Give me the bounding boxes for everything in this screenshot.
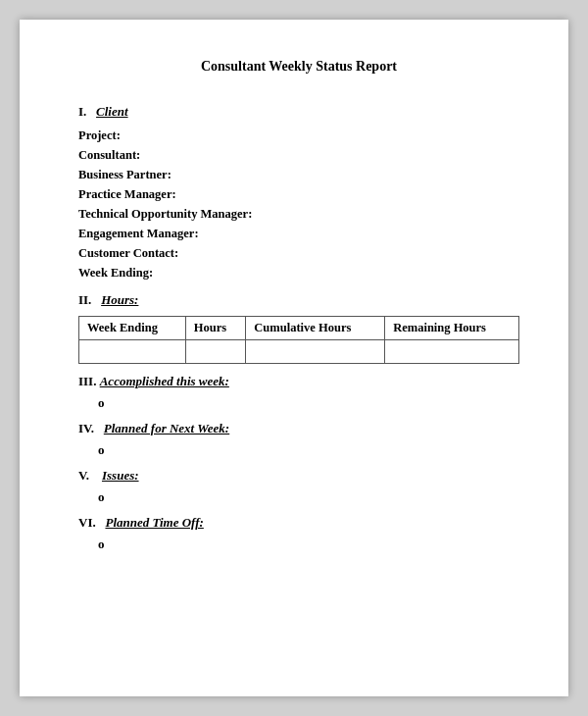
section-accomplished: III. Accomplished this week: o — [78, 374, 519, 411]
col-cumulative-hours: Cumulative Hours — [246, 317, 385, 340]
section-client: I. Client Project: Consultant: Business … — [78, 104, 519, 282]
report-title: Consultant Weekly Status Report — [78, 59, 519, 75]
section-hours: II. Hours: Week Ending Hours Cumulative … — [78, 292, 519, 364]
cell-remaining-hours — [385, 340, 519, 364]
client-fields: Project: Consultant: Business Partner: P… — [78, 126, 519, 282]
planned-bullet: o — [98, 442, 519, 458]
issues-bullet: o — [98, 489, 519, 505]
section-hours-heading: II. Hours: — [78, 292, 519, 308]
field-practice-manager: Practice Manager: — [78, 184, 519, 204]
cell-week-ending — [79, 340, 186, 364]
col-week-ending: Week Ending — [79, 317, 186, 340]
field-consultant: Consultant: — [78, 145, 519, 165]
timeoff-bullet: o — [98, 537, 519, 552]
field-business-partner: Business Partner: — [78, 165, 519, 184]
section-planned: IV. Planned for Next Week: o — [78, 421, 519, 458]
col-hours: Hours — [185, 317, 246, 340]
hours-table-header-row: Week Ending Hours Cumulative Hours Remai… — [79, 317, 519, 340]
hours-table-data-row — [79, 340, 519, 364]
section-accomplished-heading: III. Accomplished this week: — [78, 374, 519, 389]
section-timeoff-heading: VI. Planned Time Off: — [78, 515, 519, 531]
section-client-heading: I. Client — [78, 104, 519, 120]
section-planned-heading: IV. Planned for Next Week: — [78, 421, 519, 436]
field-project: Project: — [78, 126, 519, 145]
col-remaining-hours: Remaining Hours — [385, 317, 519, 340]
field-technical-opportunity: Technical Opportunity Manager: — [78, 204, 519, 224]
accomplished-bullet: o — [98, 395, 519, 411]
report-page: Consultant Weekly Status Report I. Clien… — [20, 20, 568, 696]
cell-cumulative-hours — [246, 340, 385, 364]
section-timeoff: VI. Planned Time Off: o — [78, 515, 519, 552]
section-issues: V. Issues: o — [78, 468, 519, 505]
cell-hours — [185, 340, 246, 364]
hours-table: Week Ending Hours Cumulative Hours Remai… — [78, 316, 519, 364]
field-customer-contact: Customer Contact: — [78, 243, 519, 263]
field-week-ending: Week Ending: — [78, 263, 519, 282]
section-issues-heading: V. Issues: — [78, 468, 519, 484]
field-engagement-manager: Engagement Manager: — [78, 224, 519, 243]
